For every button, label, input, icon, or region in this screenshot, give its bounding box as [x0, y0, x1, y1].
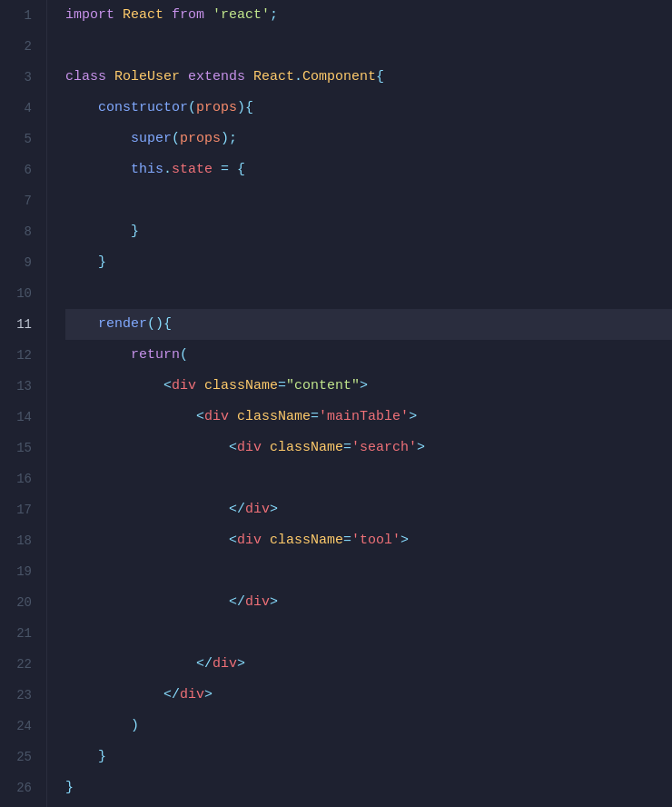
code-line: <div className='search'>	[65, 433, 672, 463]
token-tag: div	[237, 525, 270, 556]
token-punct: >	[409, 402, 417, 433]
code-line: </div>	[65, 680, 672, 711]
token-attr-name: className	[204, 371, 278, 402]
line-number: 20	[7, 587, 32, 618]
token-cls-name: React	[123, 0, 172, 31]
token-plain	[65, 154, 131, 185]
code-line	[65, 463, 672, 494]
line-number: 1	[7, 0, 32, 31]
code-line: render(){	[65, 309, 672, 340]
token-plain	[65, 433, 229, 463]
code-line: }	[65, 772, 672, 803]
token-punct: <	[229, 433, 237, 463]
code-line: )	[65, 711, 672, 742]
token-punct: <	[163, 371, 172, 402]
token-punct: =	[278, 371, 286, 402]
token-punct: (	[172, 124, 180, 154]
line-number: 4	[7, 93, 32, 124]
token-plain	[65, 247, 98, 278]
token-props-arg: props	[196, 93, 237, 124]
token-punct: >	[270, 494, 278, 525]
code-line: }	[65, 216, 672, 247]
token-plain	[65, 494, 229, 525]
token-punct: (	[188, 93, 196, 124]
token-kw-constructor: constructor	[98, 93, 188, 124]
token-kw-return: return	[131, 340, 180, 371]
token-punct: (){	[147, 309, 172, 340]
token-kw-import: import	[65, 0, 123, 31]
token-punct: .	[294, 62, 302, 93]
code-line: return(	[65, 340, 672, 371]
token-str-sq: 'tool'	[351, 525, 400, 556]
token-attr-name: className	[270, 525, 343, 556]
token-attr-name: className	[237, 402, 311, 433]
token-punct: )	[131, 711, 139, 742]
line-number: 12	[7, 340, 32, 371]
token-punct: {	[376, 62, 384, 93]
code-line: <div className="content">	[65, 371, 672, 402]
token-kw-super: super	[131, 124, 172, 154]
line-number: 17	[7, 494, 32, 525]
code-line: import React from 'react';	[65, 0, 672, 31]
token-punct: =	[311, 402, 319, 433]
line-number: 16	[7, 463, 32, 494]
token-cls-name: RoleUser	[114, 62, 188, 93]
line-number: 19	[7, 556, 32, 587]
token-punct: </	[229, 494, 245, 525]
token-punct: >	[417, 433, 425, 463]
token-kw-render: render	[98, 309, 147, 340]
token-punct: }	[98, 247, 106, 278]
line-number: 24	[7, 711, 32, 742]
token-plain	[65, 340, 131, 371]
token-punct: >	[400, 525, 409, 556]
token-tag: div	[212, 649, 237, 680]
token-punct: </	[196, 649, 212, 680]
line-number: 3	[7, 62, 32, 93]
code-line: </div>	[65, 649, 672, 680]
token-punct: (	[180, 340, 188, 371]
token-punct: ;	[270, 0, 278, 31]
token-tag: div	[245, 494, 270, 525]
token-plain	[65, 649, 196, 680]
line-number: 13	[7, 371, 32, 402]
token-kw-from: from	[172, 0, 212, 31]
code-line: }	[65, 247, 672, 278]
token-str-sq: 'search'	[351, 433, 417, 463]
code-line	[65, 278, 672, 309]
code-editor: 1234567891011121314151617181920212223242…	[0, 0, 672, 807]
line-number: 9	[7, 247, 32, 278]
token-plain	[65, 525, 229, 556]
line-number: 25	[7, 742, 32, 772]
code-line: super(props);	[65, 124, 672, 154]
token-punct: }	[98, 742, 106, 772]
token-plain	[65, 216, 131, 247]
code-line: class RoleUser extends React.Component{	[65, 62, 672, 93]
token-cls-name: React	[253, 62, 294, 93]
line-number: 10	[7, 278, 32, 309]
token-punct: <	[229, 525, 237, 556]
line-number: 5	[7, 124, 32, 154]
token-plain	[65, 711, 131, 742]
token-cls-name: Component	[302, 62, 376, 93]
code-line: </div>	[65, 494, 672, 525]
token-plain	[65, 371, 163, 402]
line-number: 21	[7, 618, 32, 649]
token-punct: );	[221, 124, 237, 154]
token-kw-class: class	[65, 62, 114, 93]
token-punct: }	[65, 772, 74, 803]
token-punct: = {	[212, 154, 245, 185]
token-punct: >	[360, 371, 368, 402]
line-number: 23	[7, 680, 32, 711]
token-punct: </	[163, 680, 180, 711]
token-punct: <	[196, 402, 204, 433]
token-punct: >	[237, 649, 245, 680]
line-number: 11	[7, 309, 32, 340]
code-content[interactable]: import React from 'react'; class RoleUse…	[47, 0, 672, 807]
token-attr-name: className	[270, 433, 343, 463]
code-line	[65, 556, 672, 587]
token-kw-extends: extends	[188, 62, 253, 93]
code-line: <div className='tool'>	[65, 525, 672, 556]
line-number: 8	[7, 216, 32, 247]
token-plain	[65, 93, 98, 124]
line-number: 22	[7, 649, 32, 680]
